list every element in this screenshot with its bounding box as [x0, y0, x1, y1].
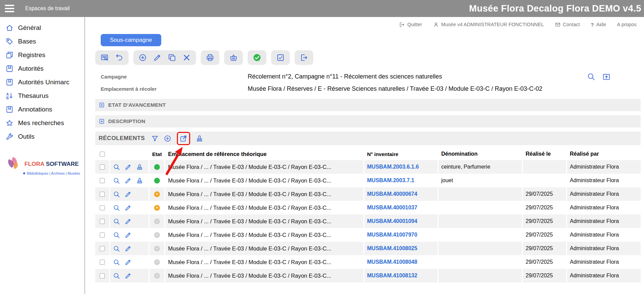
basket-icon[interactable]	[229, 53, 238, 62]
campagne-field-actions	[587, 72, 641, 81]
magnifier-icon[interactable]	[113, 191, 120, 198]
bullet-dot	[23, 172, 25, 174]
undo-icon[interactable]	[115, 53, 123, 62]
contact-link[interactable]: Contact	[555, 22, 580, 28]
row-checkbox[interactable]	[100, 192, 105, 197]
thesaurus-icon: AB	[5, 92, 14, 100]
toolbar-group-export	[295, 50, 313, 65]
row-checkbox[interactable]	[100, 165, 105, 170]
magnifier-icon[interactable]	[113, 218, 120, 225]
section-description[interactable]: DESCRIPTION	[95, 115, 641, 127]
row-checkbox[interactable]	[100, 260, 105, 265]
add-recolement-icon[interactable]	[164, 135, 171, 142]
open-window-icon[interactable]	[602, 72, 611, 81]
copy-icon[interactable]	[168, 53, 176, 62]
row-denomination	[439, 201, 523, 214]
magnifier-icon[interactable]	[113, 245, 120, 252]
inventory-link[interactable]: MUSBAM.41008048	[367, 259, 417, 265]
search-icon[interactable]	[587, 72, 595, 81]
stamp-icon[interactable]	[136, 163, 143, 171]
printer-icon[interactable]	[206, 53, 214, 62]
sidebar-item-label: Bases	[18, 38, 36, 45]
magnifier-icon[interactable]	[113, 177, 120, 184]
quit-button[interactable]: Quitter	[399, 22, 422, 28]
sidebar-item-outils[interactable]: Outils	[0, 130, 84, 143]
pencil-icon[interactable]	[125, 231, 132, 239]
select-all-checkbox[interactable]	[100, 152, 105, 157]
magnifier-icon[interactable]	[113, 163, 120, 171]
sidebar-item-mes-recherches[interactable]: Mes recherches	[0, 116, 84, 130]
row-by: Administrateur Flora	[567, 214, 641, 228]
row-checkbox[interactable]	[100, 232, 105, 238]
row-denomination	[439, 228, 523, 242]
pencil-icon[interactable]	[125, 272, 132, 279]
pencil-icon[interactable]	[125, 218, 132, 225]
row-denomination	[439, 269, 523, 282]
about-link[interactable]: A propos	[617, 22, 637, 27]
delete-icon[interactable]	[182, 53, 191, 62]
pencil-icon[interactable]	[125, 191, 132, 198]
help-link[interactable]: ? Aide	[591, 22, 606, 28]
stamp-icon[interactable]	[136, 177, 143, 184]
pencil-icon[interactable]	[125, 259, 132, 266]
magnifier-icon[interactable]	[113, 204, 120, 211]
row-checkbox[interactable]	[100, 273, 105, 278]
inventory-link[interactable]: MUSBAM.40001037	[367, 205, 417, 211]
row-checkbox[interactable]	[100, 205, 105, 210]
sidebar-item-autorites-unimarc[interactable]: Autorités Unimarc	[0, 75, 84, 89]
edit-icon[interactable]	[153, 53, 162, 62]
pencil-icon[interactable]	[125, 163, 132, 171]
app-title: Musée Flora Decalog Flora DEMO v4.5	[469, 3, 644, 14]
question-mark-icon: ?	[591, 22, 594, 28]
table-row: ✓ Musée Flora / ... / Travée E-03 / Modu…	[95, 228, 641, 242]
row-checkbox[interactable]	[100, 219, 105, 224]
magnifier-icon[interactable]	[113, 231, 120, 239]
tab-sous-campagne[interactable]: Sous-campagne	[101, 34, 161, 46]
sidebar-item-thesaurus[interactable]: AB Thesaurus	[0, 89, 84, 103]
inventory-link[interactable]: MUSBAM.40001094	[367, 218, 417, 224]
funnel-icon[interactable]	[151, 135, 159, 142]
pencil-icon[interactable]	[125, 245, 132, 252]
section-etat-avancement[interactable]: ETAT D'AVANCEMENT	[95, 99, 641, 111]
flora-logo: FLORA SOFTWARE Bibliothèques | Archives …	[0, 155, 84, 175]
magnifier-icon[interactable]	[113, 259, 120, 266]
inventory-link[interactable]: MUSBAM.41008025	[367, 245, 417, 252]
status-dot: ✓	[154, 259, 160, 265]
sidebar-item-registres[interactable]: Registres	[0, 48, 84, 62]
pencil-icon[interactable]	[125, 177, 132, 184]
actions-column-header	[110, 148, 150, 160]
expand-plus-icon[interactable]	[99, 118, 105, 124]
inventory-link[interactable]: MUSBAM.41008132	[367, 273, 417, 279]
magnifier-icon[interactable]	[113, 272, 120, 279]
user-menu[interactable]: Musée v4 ADMINISTRATEUR FONCTIONNEL	[433, 22, 544, 28]
external-link-icon[interactable]	[180, 135, 187, 142]
list-search-icon[interactable]	[100, 53, 109, 62]
inventory-link[interactable]: MUSBAM.41007970	[367, 232, 417, 238]
export-icon[interactable]	[300, 53, 308, 62]
row-checkbox[interactable]	[100, 178, 105, 183]
menu-icon[interactable]	[5, 5, 14, 12]
sidebar-item-general[interactable]: Général	[0, 21, 84, 35]
recolements-title: RÉCOLEMENTS	[99, 135, 145, 142]
user-label: Musée v4 ADMINISTRATEUR FONCTIONNEL	[441, 22, 544, 27]
pencil-icon[interactable]	[125, 204, 132, 211]
check-circle-icon[interactable]	[253, 53, 261, 62]
inventory-link[interactable]: MUSBAM.40000674	[367, 191, 417, 197]
row-location: Musée Flora / ... / Travée E-03 / Module…	[165, 214, 364, 228]
add-icon[interactable]	[138, 53, 147, 62]
stamp-icon[interactable]	[196, 135, 203, 142]
inventory-link[interactable]: MUSBAM.2003.7.1	[367, 177, 414, 184]
inventory-link[interactable]: MUSBAM.2003.6.1.6	[367, 164, 419, 170]
checkbox-check-icon[interactable]	[276, 53, 285, 62]
row-location: Musée Flora / ... / Travée E-03 / Module…	[165, 187, 364, 201]
sidebar-item-autorites[interactable]: Autorités	[0, 62, 84, 75]
row-location: Musée Flora / ... / Travée E-03 / Module…	[165, 228, 364, 242]
row-checkbox[interactable]	[100, 246, 105, 251]
row-by: Administrateur Flora	[567, 174, 641, 187]
svg-text:A: A	[6, 92, 9, 96]
row-date: 29/07/2025	[523, 201, 567, 214]
expand-plus-icon[interactable]	[99, 102, 105, 108]
sidebar-item-bases[interactable]: Bases	[0, 35, 84, 48]
row-date: 29/07/2025	[523, 187, 567, 201]
sidebar-item-annotations[interactable]: Annotations	[0, 103, 84, 116]
